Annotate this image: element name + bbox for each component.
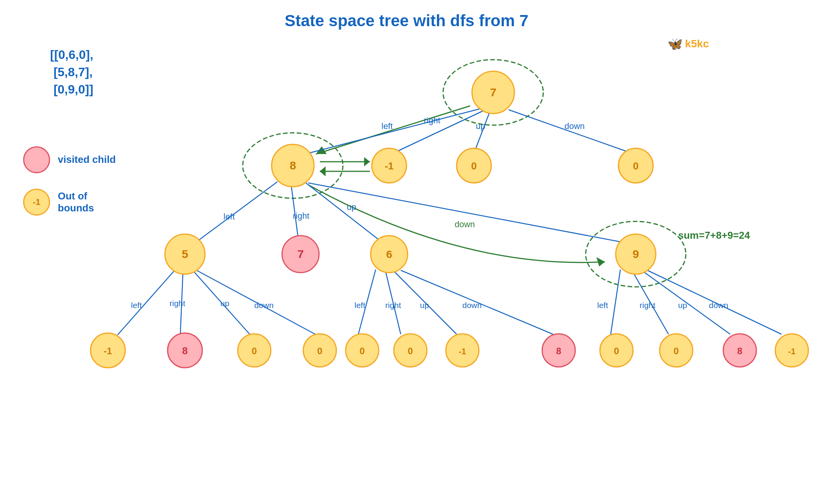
svg-text:up: up xyxy=(476,121,485,131)
svg-text:up: up xyxy=(347,202,356,212)
svg-text:0: 0 xyxy=(471,160,477,172)
svg-line-12 xyxy=(474,111,490,153)
svg-text:-1: -1 xyxy=(459,347,466,356)
svg-text:0: 0 xyxy=(317,346,322,356)
svg-text:down: down xyxy=(709,301,728,310)
svg-text:0: 0 xyxy=(633,160,638,172)
svg-text:0: 0 xyxy=(359,346,365,356)
svg-line-10 xyxy=(308,109,481,153)
svg-text:-1: -1 xyxy=(104,346,112,356)
svg-marker-6 xyxy=(364,157,370,166)
svg-text:right: right xyxy=(170,299,185,308)
svg-text:6: 6 xyxy=(386,248,392,260)
svg-text:8: 8 xyxy=(737,346,742,356)
svg-text:up: up xyxy=(678,301,687,310)
svg-text:0: 0 xyxy=(674,346,679,356)
svg-text:left: left xyxy=(597,301,608,310)
svg-text:7: 7 xyxy=(490,86,497,99)
svg-text:right: right xyxy=(640,301,655,310)
svg-text:8: 8 xyxy=(290,159,296,172)
svg-text:-1: -1 xyxy=(788,347,796,356)
main-container: State space tree with dfs from 7 [[0,6,0… xyxy=(0,0,813,504)
svg-text:0: 0 xyxy=(252,346,257,356)
svg-text:up: up xyxy=(420,301,429,310)
svg-text:9: 9 xyxy=(633,248,639,260)
svg-text:left: left xyxy=(131,301,142,310)
svg-text:right: right xyxy=(385,301,401,310)
svg-text:5: 5 xyxy=(182,248,188,260)
svg-text:down: down xyxy=(455,219,475,229)
svg-text:sum=7+8+9=24: sum=7+8+9=24 xyxy=(678,229,750,241)
svg-line-13 xyxy=(509,110,632,153)
svg-text:-1: -1 xyxy=(385,160,393,172)
svg-text:down: down xyxy=(462,301,482,310)
svg-text:up: up xyxy=(220,299,229,308)
svg-text:0: 0 xyxy=(614,346,619,356)
tree-svg: left right up down left right up down le… xyxy=(0,0,813,504)
svg-line-20 xyxy=(304,182,381,242)
svg-text:8: 8 xyxy=(556,346,561,356)
svg-line-26 xyxy=(118,270,175,335)
svg-text:right: right xyxy=(293,211,309,221)
svg-text:left: left xyxy=(223,212,235,221)
svg-text:8: 8 xyxy=(182,345,188,357)
svg-line-3 xyxy=(316,106,470,154)
svg-text:down: down xyxy=(564,121,585,131)
svg-line-42 xyxy=(611,270,620,334)
svg-text:left: left xyxy=(381,121,393,131)
svg-text:0: 0 xyxy=(408,346,413,356)
svg-text:left: left xyxy=(354,301,365,310)
svg-line-21 xyxy=(308,183,620,242)
svg-text:down: down xyxy=(254,301,274,310)
svg-line-18 xyxy=(197,182,277,242)
svg-marker-8 xyxy=(320,166,326,176)
svg-text:right: right xyxy=(424,116,440,125)
svg-text:7: 7 xyxy=(297,248,304,260)
